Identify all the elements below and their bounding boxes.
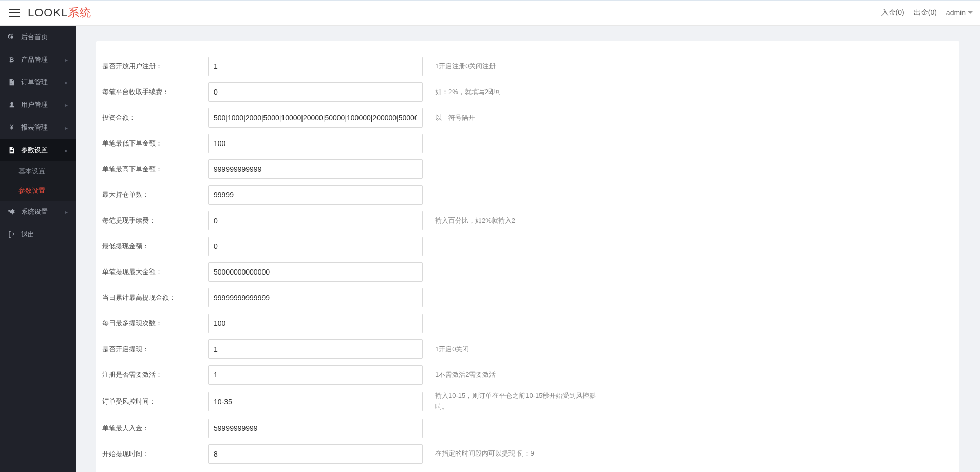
form-help-text: 输入百分比，如2%就输入2 xyxy=(423,215,608,226)
form-label: 每笔平台收取手续费： xyxy=(96,87,208,97)
sidebar-item-label: 退出 xyxy=(21,230,68,239)
form-input-wrap xyxy=(208,57,423,76)
form-row-6: 每笔提现手续费：输入百分比，如2%就输入2 xyxy=(96,208,959,233)
form-label: 当日累计最高提现金额： xyxy=(96,293,208,302)
form-input-2[interactable] xyxy=(208,108,423,128)
form-input-wrap xyxy=(208,419,423,438)
caret-right-icon: ▸ xyxy=(65,102,68,108)
form-help-text: 在指定的时间段内可以提现 例：9 xyxy=(423,448,608,459)
form-label: 注册是否需要激活： xyxy=(96,370,208,379)
sidebar-subitem-0[interactable]: 基本设置 xyxy=(0,161,76,181)
form-input-15[interactable] xyxy=(208,444,423,464)
dashboard-icon xyxy=(8,33,16,41)
caret-right-icon: ▸ xyxy=(65,209,68,215)
sidebar-item-7[interactable]: 退出 xyxy=(0,223,76,246)
menu-toggle-button[interactable] xyxy=(7,7,22,19)
form-input-9[interactable] xyxy=(208,288,423,307)
bitcoin-icon xyxy=(8,56,16,63)
sidebar-item-label: 后台首页 xyxy=(21,32,68,42)
form-input-wrap xyxy=(208,339,423,359)
form-label: 是否开放用户注册： xyxy=(96,62,208,71)
form-row-13: 订单受风控时间：输入10-15，则订单在平仓之前10-15秒开始受到风控影响。 xyxy=(96,388,959,415)
user-name: admin xyxy=(946,9,966,17)
form-input-13[interactable] xyxy=(208,392,423,411)
form-help-text: 输入10-15，则订单在平仓之前10-15秒开始受到风控影响。 xyxy=(423,391,608,412)
sidebar-item-label: 订单管理 xyxy=(21,78,65,87)
form-input-14[interactable] xyxy=(208,419,423,438)
form-input-0[interactable] xyxy=(208,57,423,76)
form-row-3: 单笔最低下单金额： xyxy=(96,131,959,156)
form-row-14: 单笔最大入金： xyxy=(96,415,959,441)
form-label: 投资金额： xyxy=(96,113,208,122)
form-help-text: 1不需激活2需要激活 xyxy=(423,370,608,380)
sidebar: 后台首页产品管理▸订单管理▸用户管理▸报表管理▸参数设置▸基本设置参数设置系统设… xyxy=(0,26,76,472)
sidebar-item-0[interactable]: 后台首页 xyxy=(0,26,76,48)
form-label: 单笔最低下单金额： xyxy=(96,139,208,148)
form-row-0: 是否开放用户注册：1开启注册0关闭注册 xyxy=(96,53,959,79)
form-label: 是否开启提现： xyxy=(96,344,208,354)
form-input-7[interactable] xyxy=(208,237,423,256)
form-row-8: 单笔提现最大金额： xyxy=(96,259,959,285)
logo-accent: 系统 xyxy=(68,6,91,19)
order-icon xyxy=(8,79,16,86)
form-input-wrap xyxy=(208,314,423,333)
form-row-7: 最低提现金额： xyxy=(96,233,959,259)
deposit-link[interactable]: 入金(0) xyxy=(881,8,904,17)
form-label: 每笔提现手续费： xyxy=(96,216,208,225)
withdraw-link[interactable]: 出金(0) xyxy=(914,8,937,17)
main-content: 是否开放用户注册：1开启注册0关闭注册每笔平台收取手续费：如：2%，就填写2即可… xyxy=(76,26,980,472)
form-label: 最大持仓单数： xyxy=(96,190,208,199)
form-label: 单笔提现最大金额： xyxy=(96,267,208,277)
caret-right-icon: ▸ xyxy=(65,57,68,63)
form-input-wrap xyxy=(208,392,423,411)
form-row-4: 单笔最高下单金额： xyxy=(96,156,959,182)
form-input-wrap xyxy=(208,365,423,385)
form-input-10[interactable] xyxy=(208,314,423,333)
form-help-text: 以｜符号隔开 xyxy=(423,113,608,123)
form-input-wrap xyxy=(208,288,423,307)
form-input-wrap xyxy=(208,82,423,102)
form-label: 单笔最大入金： xyxy=(96,424,208,433)
form-row-2: 投资金额：以｜符号隔开 xyxy=(96,105,959,131)
user-icon xyxy=(8,101,16,108)
sidebar-submenu: 基本设置参数设置 xyxy=(0,161,76,201)
form-label: 最低提现金额： xyxy=(96,242,208,251)
form-input-11[interactable] xyxy=(208,339,423,359)
form-input-5[interactable] xyxy=(208,185,423,205)
sidebar-item-label: 报表管理 xyxy=(21,123,65,132)
form-label: 订单受风控时间： xyxy=(96,397,208,406)
form-label: 每日最多提现次数： xyxy=(96,319,208,328)
sidebar-item-3[interactable]: 用户管理▸ xyxy=(0,94,76,116)
sidebar-item-4[interactable]: 报表管理▸ xyxy=(0,116,76,139)
sidebar-item-5[interactable]: 参数设置▸ xyxy=(0,139,76,161)
form-input-wrap xyxy=(208,134,423,153)
sidebar-item-1[interactable]: 产品管理▸ xyxy=(0,48,76,71)
form-row-11: 是否开启提现：1开启0关闭 xyxy=(96,336,959,362)
user-menu[interactable]: admin xyxy=(946,9,973,17)
chevron-down-icon xyxy=(968,11,973,14)
form-row-1: 每笔平台收取手续费：如：2%，就填写2即可 xyxy=(96,79,959,105)
logout-icon xyxy=(8,231,16,238)
form-input-6[interactable] xyxy=(208,211,423,230)
top-bar: LOOKL系统 入金(0) 出金(0) admin xyxy=(0,0,980,26)
sidebar-item-label: 系统设置 xyxy=(21,207,65,216)
gear-icon xyxy=(8,208,16,215)
form-input-3[interactable] xyxy=(208,134,423,153)
form-row-9: 当日累计最高提现金额： xyxy=(96,285,959,311)
settings-icon xyxy=(8,147,16,154)
sidebar-item-2[interactable]: 订单管理▸ xyxy=(0,71,76,94)
form-input-12[interactable] xyxy=(208,365,423,385)
caret-right-icon: ▸ xyxy=(65,80,68,85)
form-input-wrap xyxy=(208,108,423,128)
form-input-8[interactable] xyxy=(208,262,423,282)
form-input-1[interactable] xyxy=(208,82,423,102)
sidebar-item-label: 参数设置 xyxy=(21,146,65,155)
caret-right-icon: ▸ xyxy=(65,148,68,153)
sidebar-item-6[interactable]: 系统设置▸ xyxy=(0,201,76,223)
settings-form-card: 是否开放用户注册：1开启注册0关闭注册每笔平台收取手续费：如：2%，就填写2即可… xyxy=(96,41,959,472)
form-row-10: 每日最多提现次数： xyxy=(96,311,959,336)
sidebar-subitem-1[interactable]: 参数设置 xyxy=(0,181,76,201)
form-input-wrap xyxy=(208,237,423,256)
form-input-4[interactable] xyxy=(208,159,423,179)
logo-main: LOOKL xyxy=(28,6,68,19)
